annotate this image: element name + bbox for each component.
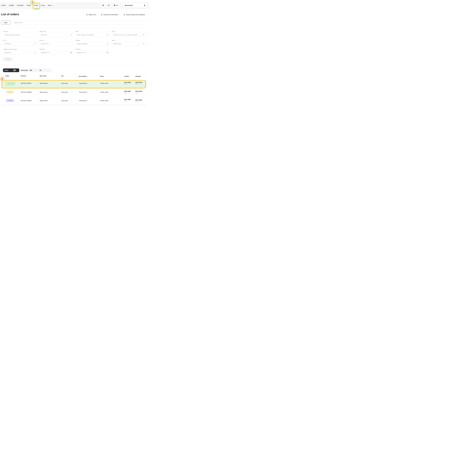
export-ratings-complaints-button[interactable]: Export ratings and complaints <box>123 14 145 16</box>
filters-button[interactable]: Filters <box>1 21 11 25</box>
clear-filters-button[interactable]: Clear <box>3 57 12 61</box>
search-by-id-input[interactable] <box>13 20 149 25</box>
created-date: 26.07.2024 <box>124 99 131 100</box>
nav-item-more-label: More <box>48 5 51 6</box>
platform-label: Platform <box>76 40 109 41</box>
nav-item-pickers[interactable]: Pickers <box>1 5 6 6</box>
person-icon <box>144 4 146 6</box>
cell-created: 26.07.2024 22:22 <box>124 99 131 102</box>
nav-item-orders[interactable]: Orders <box>34 5 38 6</box>
platform-select[interactable] <box>76 42 109 45</box>
nav-item-more[interactable]: More <box>48 5 53 6</box>
created-date: 26.07.2024 <box>124 91 131 92</box>
my-account-label: My account <box>125 5 133 6</box>
orders-active-underline <box>34 8 39 9</box>
logistics-company-select[interactable] <box>3 51 37 54</box>
tab-active-count-badge: 19 <box>13 69 16 71</box>
end-time-input[interactable] <box>76 51 109 54</box>
edit-button[interactable] <box>101 3 105 7</box>
info-circle-icon <box>108 4 110 6</box>
cell-created: 26.07.2024 11:09 <box>124 91 131 94</box>
cell-store-chain: Brand name <box>40 82 48 84</box>
column-header-order-no: Order No. <box>21 75 26 77</box>
language-code: EN <box>116 5 118 6</box>
calendar-icon[interactable] <box>106 52 108 53</box>
status-badge-new-order: New order <box>7 82 15 85</box>
info-button[interactable] <box>106 3 111 7</box>
top-navigation-bar: Pickers Catalog Schedules Shops Orders U… <box>0 2 149 9</box>
store-label: Store <box>76 31 109 32</box>
tab-active[interactable]: Active 19 <box>3 69 19 72</box>
store-chain-label: Store chain <box>40 31 73 32</box>
column-header-status: Status <box>6 75 9 77</box>
status-badge-label: New order <box>8 83 14 84</box>
order-no-label: Order № <box>3 31 37 32</box>
changed-date: 26.07.2024 <box>135 82 142 83</box>
upload-icon <box>123 14 125 16</box>
tab-processed-count-badge: 286 <box>29 69 32 71</box>
table-bottom-strip <box>1 105 146 105</box>
cell-picker: Picker name <box>100 82 108 84</box>
status-badge-accepted: Accepted <box>6 99 14 102</box>
filters-panel: Order № Store chain Store Picker City Pl… <box>1 28 147 65</box>
end-time-label: End time <box>76 49 109 50</box>
chevron-down-icon <box>118 5 120 6</box>
cell-picker: Picker name <box>100 91 108 93</box>
nav-item-schedules[interactable]: Schedules <box>17 5 24 6</box>
cell-store-chain: Brand name <box>40 100 48 101</box>
created-date: 26.07.2024 <box>124 82 131 83</box>
column-header-created: Created <box>124 75 129 77</box>
orders-admin-page: Pickers Catalog Schedules Shops Orders U… <box>0 0 149 107</box>
orders-tabs: Active 19 Processed 286 All <box>3 69 52 72</box>
cell-store-address: Test street, 5 <box>79 82 87 84</box>
cell-city: City name <box>61 100 68 101</box>
logistics-company-label: Logistics company name <box>3 49 37 50</box>
tab-processed[interactable]: Processed 286 <box>21 69 32 72</box>
upload-icon <box>101 14 103 16</box>
cell-city: City name <box>61 82 68 84</box>
cell-store-address: Test street, 5 <box>79 100 87 101</box>
tab-all[interactable]: All <box>40 69 41 72</box>
created-time: 22:22 <box>124 100 131 102</box>
status-label: Status <box>112 40 145 41</box>
picker-label: Picker <box>112 31 145 32</box>
calendar-icon[interactable] <box>70 52 72 53</box>
cell-order-no: 230726-1234568 <box>21 91 31 93</box>
store-chain-select[interactable] <box>40 33 73 37</box>
cell-changed: 26.07.2024 15:23 <box>135 82 142 85</box>
my-account-button[interactable]: My account <box>123 3 147 7</box>
cell-order-no: 230726-1234569 <box>21 100 31 101</box>
upload-icon <box>86 14 88 16</box>
export-csv-button[interactable]: Export CSV <box>86 14 96 16</box>
place-id-label: Place ID <box>40 40 73 41</box>
export-item-information-button[interactable]: Export item information <box>101 14 118 16</box>
row-divider <box>1 98 146 98</box>
cell-store-chain: Brand name <box>40 91 48 93</box>
changed-time: 14:33 <box>135 92 142 94</box>
export-ratings-complaints-label: Export ratings and complaints <box>126 14 145 15</box>
column-header-city: City <box>61 75 63 77</box>
cell-store-address: Test street, 5 <box>79 91 87 93</box>
export-item-information-label: Export item information <box>104 14 118 15</box>
status-badge-label: Accepted <box>7 100 13 101</box>
store-select[interactable] <box>76 33 109 37</box>
nav-item-users[interactable]: Users <box>41 5 45 6</box>
cell-changed: 26.07.2024 14:12 <box>135 99 142 102</box>
changed-time: 15:23 <box>135 83 142 85</box>
chevron-down-icon <box>52 5 53 6</box>
pencil-square-icon <box>102 4 104 6</box>
start-time-input[interactable] <box>40 51 73 54</box>
nav-item-catalog[interactable]: Catalog <box>9 5 14 6</box>
order-no-input[interactable] <box>3 33 37 37</box>
city-select[interactable] <box>3 42 37 45</box>
changed-date: 26.07.2024 <box>135 91 142 92</box>
status-select[interactable] <box>112 42 145 45</box>
place-id-input[interactable] <box>40 42 73 45</box>
column-header-changed: Changed <box>135 75 141 77</box>
city-label: City <box>3 40 37 41</box>
start-time-label: Start time <box>40 49 73 50</box>
cell-picker: Picker name <box>100 100 108 101</box>
nav-item-shops[interactable]: Shops <box>27 5 31 6</box>
language-selector[interactable]: EN <box>113 3 120 7</box>
picker-select[interactable] <box>112 33 145 37</box>
